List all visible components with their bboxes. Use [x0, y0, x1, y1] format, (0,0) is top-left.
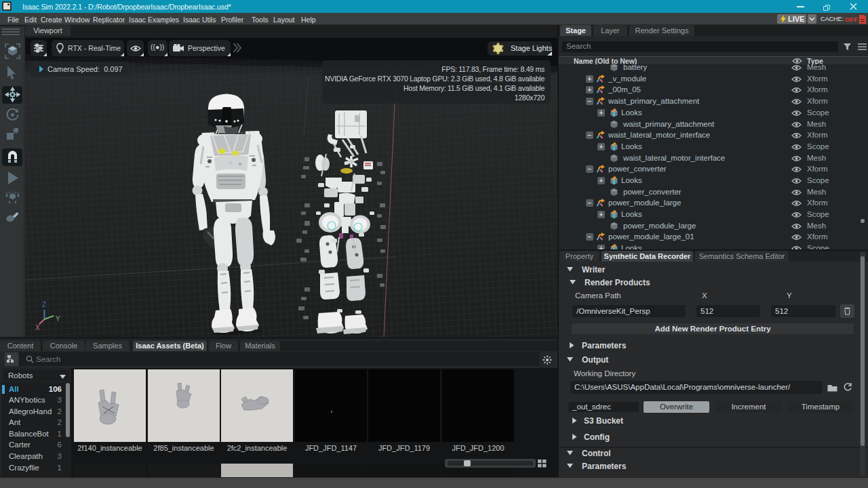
svg-text:Z: Z: [42, 301, 46, 308]
svg-text:Y: Y: [56, 315, 60, 323]
svg-text:X: X: [35, 324, 40, 331]
